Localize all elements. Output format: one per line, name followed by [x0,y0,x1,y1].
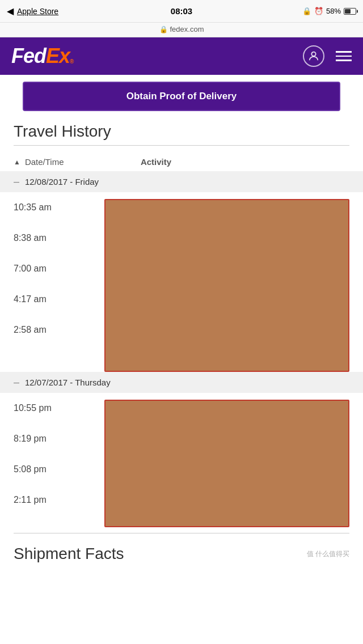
fedex-header: FedEx® [0,37,363,75]
time-row-838: 8:38 am [14,223,104,253]
back-icon[interactable]: ◀ [7,6,14,16]
friday-date: 12/08/2017 - Friday [25,177,99,187]
thursday-dash: – [14,376,19,388]
url-bar[interactable]: 🔒 fedex.com [0,23,363,37]
pod-container: Obtain Proof of Delivery [0,75,363,111]
thursday-date: 12/07/2017 - Thursday [25,378,111,387]
time-row-508pm: 5:08 pm [14,454,104,485]
url-lock-icon: 🔒 [159,26,168,33]
table-header: ▲ Date/Time Activity [14,152,349,171]
time-row-1055pm: 10:55 pm [14,393,104,423]
time-row-211pm: 2:11 pm [14,485,104,515]
fedex-fed: Fed [11,44,46,68]
time-row-258: 2:58 am [14,315,104,345]
menu-line-3 [336,60,352,61]
time-row-417: 4:17 am [14,284,104,315]
url-text: fedex.com [170,25,204,33]
battery-icon [344,8,356,15]
fedex-dot: ® [70,58,74,65]
friday-times: 10:35 am 8:38 am 7:00 am 4:17 am 2:58 am [14,192,104,372]
time-258: 2:58 am [14,325,104,335]
friday-activity-col [104,192,349,372]
time-838: 8:38 am [14,233,104,243]
battery-fill [345,9,351,14]
user-icon[interactable] [303,45,324,67]
thursday-header: – 12/07/2017 - Thursday [0,372,363,393]
alarm-icon: ⏰ [314,7,323,15]
thursday-times: 10:55 pm 8:19 pm 5:08 pm 2:11 pm [14,393,104,527]
main-content: Travel History ▲ Date/Time Activity – 12… [0,122,363,569]
time-819pm: 8:19 pm [14,434,104,444]
time-1055pm: 10:55 pm [14,403,104,413]
time-1035: 10:35 am [14,202,104,213]
fedex-ex: Ex [46,44,70,68]
lock-status-icon: 🔒 [302,7,311,15]
time-417: 4:17 am [14,294,104,304]
shipment-facts-row: Shipment Facts 值 什么值得买 [14,533,349,569]
friday-redacted-box [104,199,349,372]
thursday-group: – 12/07/2017 - Thursday 10:55 pm 8:19 pm… [14,372,349,527]
status-time: 08:03 [171,6,192,16]
time-row-819pm: 8:19 pm [14,423,104,454]
friday-group: – 12/08/2017 - Friday 10:35 am 8:38 am 7… [14,171,349,372]
pod-button[interactable]: Obtain Proof of Delivery [23,82,340,111]
shipment-facts-title: Shipment Facts [14,545,124,563]
time-211pm: 2:11 pm [14,495,104,505]
app-name-label[interactable]: Apple Store [17,7,58,16]
time-700: 7:00 am [14,264,104,274]
status-bar: ◀ Apple Store 08:03 🔒 ⏰ 58% [0,0,363,23]
fedex-logo: FedEx® [11,44,74,68]
sort-arrow-icon: ▲ [14,158,20,166]
svg-point-0 [311,52,315,56]
menu-icon[interactable] [336,51,352,61]
col-activity-header: Activity [141,157,349,167]
time-row-1035: 10:35 am [14,192,104,223]
watermark-text: 值 什么值得买 [307,549,349,559]
thursday-redacted-box [104,400,349,527]
col-datetime-header: Date/Time [25,157,138,167]
time-508pm: 5:08 pm [14,464,104,474]
status-right: 🔒 ⏰ 58% [302,7,356,15]
time-row-700: 7:00 am [14,253,104,284]
battery-percent: 58% [326,7,341,15]
thursday-activity-col [104,393,349,527]
friday-header: – 12/08/2017 - Friday [0,171,363,192]
title-divider [14,145,349,146]
status-left: ◀ Apple Store [7,6,58,16]
travel-history-title: Travel History [14,122,349,141]
friday-dash: – [14,176,19,188]
menu-line-1 [336,51,352,53]
menu-line-2 [336,56,352,57]
header-icons [303,45,352,67]
